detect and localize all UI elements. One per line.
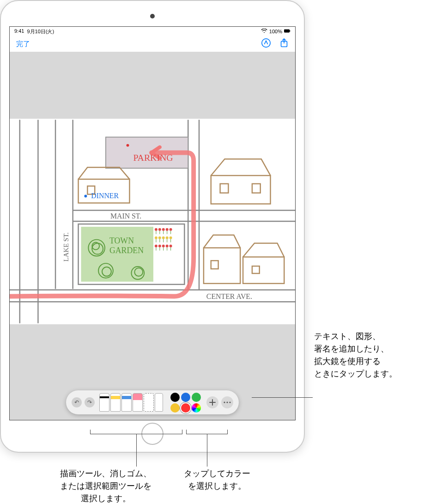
svg-point-68 — [229, 401, 230, 403]
ipad-device-frame: 9:41 9月10日(火) 100% 完了 — [0, 0, 305, 453]
more-button[interactable] — [221, 396, 233, 408]
undo-button[interactable]: ↶ — [72, 397, 82, 407]
ruler-tool[interactable] — [155, 393, 163, 412]
callout-colors-bracket — [186, 430, 228, 434]
callout-colors-leader — [207, 434, 207, 467]
svg-point-52 — [155, 245, 157, 248]
color-picker-icon[interactable] — [192, 403, 201, 413]
svg-point-54 — [162, 245, 165, 248]
svg-point-32 — [155, 228, 157, 231]
color-yellow[interactable] — [170, 403, 180, 413]
sketch-label-town: TOWN — [109, 236, 134, 245]
svg-rect-62 — [204, 248, 240, 283]
drawing-tools-group — [97, 393, 165, 412]
battery-icon — [284, 29, 291, 34]
svg-point-46 — [170, 237, 172, 239]
callout-add-leader — [252, 397, 313, 398]
svg-point-19 — [84, 195, 87, 198]
callout-tools: 描画ツール、消しゴム、 または選択範囲ツールを 選択します。 — [60, 468, 151, 504]
sketch-label-dinner: DINNER — [91, 192, 119, 200]
done-button[interactable]: 完了 — [16, 40, 30, 49]
svg-rect-65 — [252, 266, 260, 273]
callout-tools-leader — [136, 434, 137, 467]
screen: 9:41 9月10日(火) 100% 完了 — [9, 26, 296, 420]
svg-point-33 — [158, 228, 161, 231]
svg-point-55 — [166, 245, 169, 248]
sketch-label-parking: PARKING — [133, 152, 173, 163]
svg-rect-64 — [211, 261, 218, 269]
color-red[interactable] — [181, 403, 190, 413]
svg-point-66 — [224, 401, 225, 403]
svg-point-44 — [162, 237, 165, 239]
markup-toolbar: ↶ ↷ — [66, 390, 239, 414]
callout-tools-bracket — [90, 430, 182, 434]
eraser-tool[interactable] — [133, 393, 143, 412]
callout-add: テキスト、図形、 署名を追加したり、 拡大鏡を使用する ときにタップします。 — [314, 330, 397, 380]
color-palette — [168, 393, 204, 413]
redo-button[interactable]: ↷ — [85, 397, 95, 407]
sketch-label-garden: GARDEN — [109, 246, 144, 255]
sketch-drawing: PARKING DINNER MAIN ST. TOWN GARDEN CENT… — [10, 119, 295, 324]
sketch-label-main-st: MAIN ST. — [110, 212, 141, 220]
svg-point-34 — [162, 228, 165, 231]
drawing-canvas[interactable]: PARKING DINNER MAIN ST. TOWN GARDEN CENT… — [10, 119, 295, 324]
svg-rect-22 — [252, 184, 260, 193]
pen-tool[interactable] — [99, 393, 109, 412]
marker-tool[interactable] — [110, 393, 121, 412]
svg-rect-63 — [243, 257, 284, 283]
svg-rect-2 — [290, 30, 290, 32]
share-icon[interactable] — [279, 38, 289, 50]
content-padding-top — [10, 52, 295, 119]
svg-point-35 — [166, 228, 169, 231]
nav-bar: 完了 — [10, 36, 295, 52]
color-black[interactable] — [170, 393, 180, 402]
color-blue[interactable] — [181, 393, 190, 402]
sketch-label-lake-st: LAKE ST. — [62, 232, 70, 261]
callout-colors: タップしてカラー を選択します。 — [184, 468, 250, 492]
content-area: PARKING DINNER MAIN ST. TOWN GARDEN CENT… — [10, 52, 295, 420]
svg-point-0 — [264, 32, 265, 33]
svg-point-53 — [158, 245, 161, 248]
status-time: 9:41 — [14, 28, 24, 35]
svg-point-45 — [166, 237, 169, 239]
svg-rect-1 — [284, 30, 290, 33]
svg-point-43 — [158, 237, 161, 239]
color-green[interactable] — [192, 393, 201, 402]
battery-percent: 100% — [269, 29, 282, 34]
lasso-tool[interactable] — [144, 393, 154, 412]
pencil-tool[interactable] — [121, 393, 132, 412]
svg-point-67 — [226, 401, 228, 403]
sketch-label-center-ave: CENTER AVE. — [206, 292, 252, 300]
add-button[interactable] — [206, 396, 218, 408]
camera-dot — [150, 14, 155, 18]
svg-point-56 — [170, 245, 172, 248]
markup-mode-icon[interactable] — [261, 38, 271, 50]
wifi-icon — [261, 29, 267, 34]
svg-rect-21 — [220, 184, 229, 193]
status-bar: 9:41 9月10日(火) 100% — [10, 27, 295, 36]
svg-point-42 — [155, 237, 157, 239]
svg-point-16 — [127, 144, 129, 147]
svg-point-36 — [170, 228, 172, 231]
content-padding-bottom: ↶ ↷ — [10, 324, 295, 420]
status-date: 9月10日(火) — [27, 28, 54, 35]
